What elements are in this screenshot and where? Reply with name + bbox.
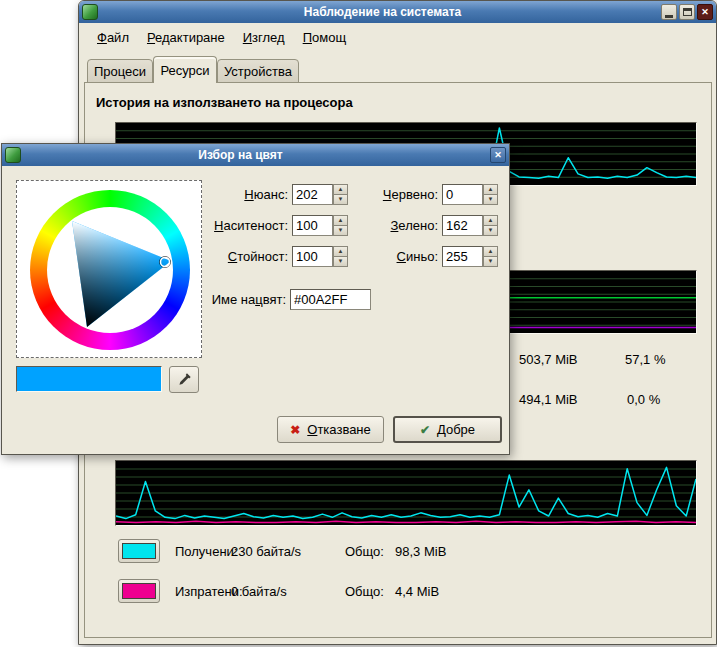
saturation-spinner: ▲ ▼ bbox=[333, 215, 348, 236]
received-rate: 230 байта/s bbox=[231, 544, 301, 559]
menu-view[interactable]: Изглед bbox=[234, 27, 294, 48]
main-titlebar[interactable]: Наблюдение на системата ✕ bbox=[79, 1, 716, 23]
sent-color-button[interactable] bbox=[118, 579, 160, 603]
close-button[interactable]: ✕ bbox=[697, 4, 713, 20]
swap-percent-value: 0,0 % bbox=[627, 392, 660, 407]
memory-percent-value: 57,1 % bbox=[625, 352, 665, 367]
minimize-icon bbox=[665, 15, 673, 18]
menubar: Файл Редактиране Изглед Помощ bbox=[81, 25, 714, 50]
received-total-value: 98,3 MiB bbox=[395, 544, 446, 559]
color-name-label: Име на цвят: bbox=[172, 289, 286, 310]
blue-spin-down-icon[interactable]: ▼ bbox=[483, 257, 498, 267]
app-icon bbox=[82, 4, 98, 20]
eyedropper-button[interactable] bbox=[169, 366, 199, 393]
color-preview bbox=[16, 366, 162, 392]
saturation-input[interactable] bbox=[292, 215, 333, 236]
window-controls: ✕ bbox=[661, 4, 713, 20]
hue-spinner: ▲ ▼ bbox=[333, 184, 348, 205]
value-spin-down-icon[interactable]: ▼ bbox=[333, 257, 348, 267]
received-total-label: Общо: bbox=[345, 544, 384, 559]
dialog-close-icon: ✕ bbox=[494, 150, 502, 160]
green-label: Зелено: bbox=[354, 215, 438, 236]
sent-color-swatch bbox=[122, 583, 156, 599]
tab-processes[interactable]: Процеси bbox=[87, 59, 153, 83]
swap-used-value: 494,1 MiB bbox=[519, 392, 578, 407]
close-icon: ✕ bbox=[701, 7, 709, 17]
tab-devices[interactable]: Устройства bbox=[217, 59, 299, 83]
dialog-app-icon bbox=[5, 147, 21, 163]
minimize-button[interactable] bbox=[661, 4, 677, 20]
received-label: Получени: bbox=[175, 544, 237, 559]
hue-spin-down-icon[interactable]: ▼ bbox=[333, 195, 348, 205]
maximize-icon bbox=[683, 8, 692, 16]
cancel-button-label: Отказване bbox=[307, 422, 371, 437]
cancel-icon: ✖ bbox=[290, 424, 300, 436]
color-wheel[interactable] bbox=[16, 180, 202, 358]
blue-spin-up-icon[interactable]: ▲ bbox=[483, 246, 498, 257]
value-input[interactable] bbox=[292, 246, 333, 267]
menu-file[interactable]: Файл bbox=[88, 27, 138, 48]
dialog-title: Избор на цвят bbox=[32, 148, 449, 162]
blue-spinner: ▲ ▼ bbox=[483, 246, 498, 267]
sent-total-label: Общо: bbox=[345, 584, 384, 599]
red-input[interactable] bbox=[442, 184, 483, 205]
sent-rate: 0 байта/s bbox=[231, 584, 287, 599]
received-color-button[interactable] bbox=[118, 539, 160, 563]
tab-resources[interactable]: Ресурси bbox=[153, 56, 217, 83]
window-title: Наблюдение на системата bbox=[109, 5, 656, 19]
hue-spin-up-icon[interactable]: ▲ bbox=[333, 184, 348, 195]
blue-input[interactable] bbox=[442, 246, 483, 267]
maximize-button[interactable] bbox=[679, 4, 695, 20]
triangle-black-layer bbox=[72, 221, 171, 327]
green-input[interactable] bbox=[442, 215, 483, 236]
received-color-swatch bbox=[122, 543, 156, 559]
saturation-spin-up-icon[interactable]: ▲ bbox=[333, 215, 348, 226]
red-spin-down-icon[interactable]: ▼ bbox=[483, 195, 498, 205]
red-spin-up-icon[interactable]: ▲ bbox=[483, 184, 498, 195]
dialog-close-button[interactable]: ✕ bbox=[490, 147, 506, 163]
ok-icon: ✔ bbox=[420, 424, 430, 436]
value-spin-up-icon[interactable]: ▲ bbox=[333, 246, 348, 257]
cancel-button[interactable]: ✖ Отказване bbox=[277, 416, 384, 443]
memory-used-value: 503,7 MiB bbox=[519, 352, 578, 367]
color-picker-dialog: Избор на цвят ✕ bbox=[1, 143, 510, 455]
green-spinner: ▲ ▼ bbox=[483, 215, 498, 236]
menu-edit[interactable]: Редактиране bbox=[138, 27, 234, 48]
network-history-chart bbox=[115, 460, 697, 526]
value-label: Стойност: bbox=[198, 246, 288, 267]
hsv-triangle[interactable] bbox=[17, 181, 203, 359]
hue-label: Нюанс: bbox=[198, 184, 288, 205]
sent-total-value: 4,4 MiB bbox=[395, 584, 439, 599]
blue-label: Синьо: bbox=[354, 246, 438, 267]
green-spin-down-icon[interactable]: ▼ bbox=[483, 226, 498, 236]
red-spinner: ▲ ▼ bbox=[483, 184, 498, 205]
hue-input[interactable] bbox=[292, 184, 333, 205]
red-label: Червено: bbox=[354, 184, 438, 205]
cpu-history-heading: История на използването на процесора bbox=[96, 95, 353, 110]
color-name-input[interactable] bbox=[290, 289, 371, 310]
green-spin-up-icon[interactable]: ▲ bbox=[483, 215, 498, 226]
network-chart-canvas bbox=[116, 461, 696, 525]
dialog-titlebar[interactable]: Избор на цвят ✕ bbox=[2, 144, 509, 166]
value-spinner: ▲ ▼ bbox=[333, 246, 348, 267]
eyedropper-icon bbox=[177, 372, 192, 387]
saturation-label: Наситеност: bbox=[198, 215, 288, 236]
menu-help[interactable]: Помощ bbox=[294, 27, 355, 48]
ok-button[interactable]: ✔ Добре bbox=[393, 416, 502, 443]
ok-button-label: Добре bbox=[437, 422, 475, 437]
screen: Наблюдение на системата ✕ Файл Редактира… bbox=[0, 0, 717, 647]
saturation-spin-down-icon[interactable]: ▼ bbox=[333, 226, 348, 236]
